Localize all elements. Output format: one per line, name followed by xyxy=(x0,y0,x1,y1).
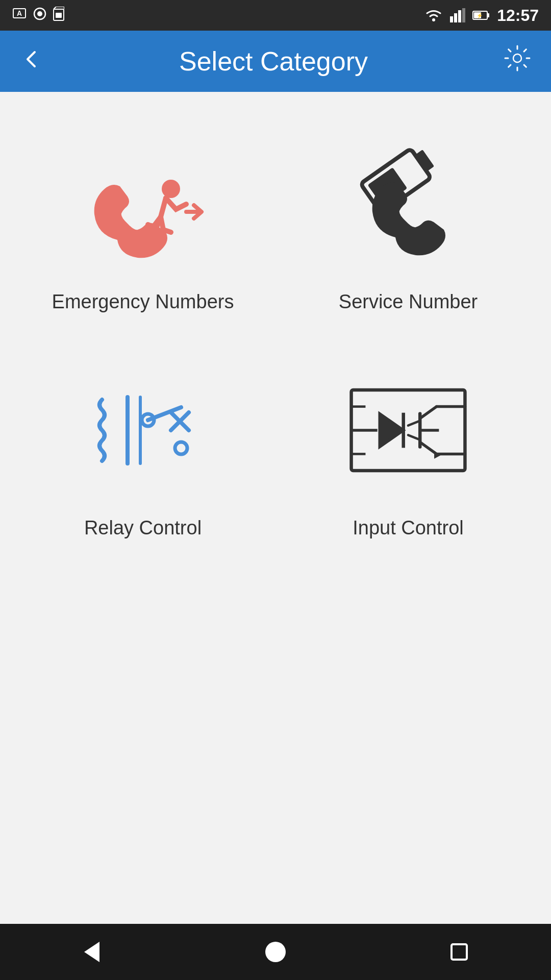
svg-point-3 xyxy=(37,11,42,16)
svg-marker-41 xyxy=(84,942,99,962)
input-control-icon xyxy=(337,359,480,502)
wifi-icon xyxy=(424,8,443,22)
svg-rect-9 xyxy=(458,10,461,22)
nav-recent-button[interactable] xyxy=(439,932,480,972)
svg-marker-28 xyxy=(380,414,403,447)
svg-point-23 xyxy=(175,442,187,454)
sim-icon xyxy=(53,7,64,24)
svg-line-36 xyxy=(420,442,437,454)
relay-control-label: Relay Control xyxy=(84,517,202,539)
svg-marker-38 xyxy=(434,451,440,459)
circle-icon xyxy=(33,7,47,24)
svg-text:A: A xyxy=(17,9,22,17)
svg-line-31 xyxy=(408,435,420,439)
input-control-label: Input Control xyxy=(353,517,464,539)
nav-back-button[interactable] xyxy=(71,932,112,972)
signal-icon xyxy=(450,8,465,22)
nav-bar xyxy=(0,924,551,980)
svg-text:⚡: ⚡ xyxy=(477,12,483,19)
svg-point-42 xyxy=(265,942,286,962)
nav-home-button[interactable] xyxy=(255,932,296,972)
status-bar: A xyxy=(0,0,551,31)
svg-rect-8 xyxy=(454,13,457,22)
service-number-label: Service Number xyxy=(339,291,478,313)
service-number-card[interactable]: Service Number xyxy=(276,112,541,338)
page-title: Select Category xyxy=(179,46,368,77)
category-grid: Emergency Numbers Service Number xyxy=(0,92,551,924)
back-button[interactable] xyxy=(20,46,43,77)
svg-rect-12 xyxy=(487,13,489,17)
battery-icon: ⚡ xyxy=(472,10,490,21)
input-control-card[interactable]: Input Control xyxy=(276,338,541,565)
status-time: 12:57 xyxy=(497,6,539,25)
svg-line-34 xyxy=(420,407,437,419)
emergency-numbers-icon xyxy=(71,133,214,276)
settings-button[interactable] xyxy=(504,45,531,78)
svg-rect-7 xyxy=(450,16,453,22)
service-number-icon xyxy=(337,133,480,276)
svg-rect-10 xyxy=(462,8,465,22)
status-bar-right: ⚡ 12:57 xyxy=(424,6,539,25)
relay-control-card[interactable]: Relay Control xyxy=(10,338,276,565)
svg-point-6 xyxy=(432,18,435,21)
emergency-numbers-label: Emergency Numbers xyxy=(52,291,234,313)
emergency-numbers-card[interactable]: Emergency Numbers xyxy=(10,112,276,338)
svg-rect-5 xyxy=(56,13,62,18)
svg-rect-43 xyxy=(452,944,467,960)
relay-control-icon xyxy=(71,359,214,502)
svg-point-15 xyxy=(162,180,180,198)
text-a-icon: A xyxy=(12,7,27,24)
status-bar-left: A xyxy=(12,7,64,24)
svg-line-30 xyxy=(408,421,420,425)
app-bar: Select Category xyxy=(0,31,551,92)
